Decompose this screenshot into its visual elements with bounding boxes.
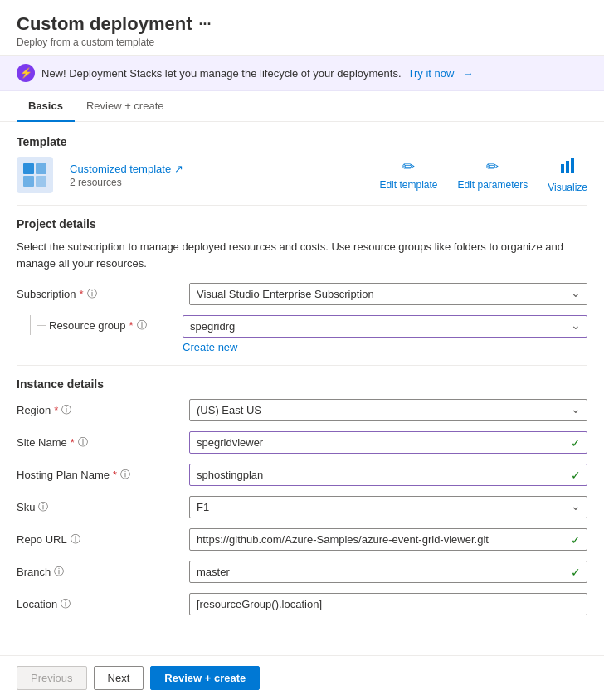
region-label: Region * ⓘ	[17, 403, 183, 417]
branch-check-icon: ✓	[571, 566, 581, 579]
subscription-dropdown-wrapper: Visual Studio Enterprise Subscription	[189, 283, 587, 305]
sku-info-icon[interactable]: ⓘ	[38, 500, 48, 514]
site-name-info-icon[interactable]: ⓘ	[78, 435, 88, 450]
divider-1	[17, 205, 587, 206]
template-info: Customized template ↗ 2 resources	[70, 163, 183, 188]
resource-group-required: *	[129, 319, 134, 332]
region-dropdown-wrapper: (US) East US	[189, 399, 587, 421]
template-row: Customized template ↗ 2 resources ✏ Edit…	[17, 157, 587, 193]
location-input-wrapper	[189, 593, 587, 615]
branch-control: ✓	[189, 561, 587, 583]
sku-row: Sku ⓘ F1	[17, 496, 587, 518]
hosting-plan-info-icon[interactable]: ⓘ	[120, 468, 130, 482]
tab-review-create[interactable]: Review + create	[75, 91, 176, 122]
resource-group-control: spegridrg Create new	[183, 315, 587, 353]
region-info-icon[interactable]: ⓘ	[61, 403, 71, 417]
region-row: Region * ⓘ (US) East US	[17, 399, 587, 421]
subscription-label: Subscription * ⓘ	[17, 287, 183, 301]
ellipsis-menu-icon[interactable]: ···	[198, 16, 211, 33]
create-new-link[interactable]: Create new	[183, 341, 587, 353]
edit-parameters-icon: ✏	[486, 158, 499, 176]
page-title-text: Custom deployment	[17, 13, 192, 35]
project-description: Select the subscription to manage deploy…	[17, 239, 587, 271]
svg-rect-1	[36, 163, 46, 174]
page-subtitle: Deploy from a custom template	[17, 36, 587, 48]
instance-details-section: Instance details Region * ⓘ (US) East US…	[17, 377, 587, 615]
visualize-action[interactable]: Visualize	[548, 158, 587, 193]
template-actions: ✏ Edit template ✏ Edit parameters Visual…	[379, 158, 587, 193]
tabs-bar: Basics Review + create	[0, 91, 604, 122]
deployment-stacks-banner: ⚡ New! Deployment Stacks let you manage …	[0, 56, 604, 91]
main-content: Template Customized template ↗ 2 resourc…	[0, 122, 604, 639]
project-details-title: Project details	[17, 217, 587, 231]
repo-url-info-icon[interactable]: ⓘ	[71, 532, 80, 547]
previous-button[interactable]: Previous	[17, 666, 87, 690]
resource-group-dropdown-wrapper: spegridrg	[183, 315, 587, 338]
review-create-button[interactable]: Review + create	[150, 666, 260, 690]
svg-rect-3	[36, 176, 46, 187]
site-name-label: Site Name * ⓘ	[17, 435, 183, 450]
edit-parameters-action[interactable]: ✏ Edit parameters	[457, 158, 528, 193]
hosting-plan-check-icon: ✓	[571, 469, 581, 482]
site-name-row: Site Name * ⓘ ✓	[17, 431, 587, 454]
template-resources: 2 resources	[70, 177, 183, 188]
tab-basics[interactable]: Basics	[17, 91, 75, 122]
resource-group-dropdown[interactable]: spegridrg	[183, 315, 587, 338]
branch-label: Branch ⓘ	[17, 565, 183, 579]
repo-url-label: Repo URL ⓘ	[17, 532, 183, 547]
branch-input[interactable]	[189, 561, 587, 583]
sku-dropdown[interactable]: F1	[189, 496, 587, 518]
resource-group-label: Resource group * ⓘ	[49, 318, 147, 333]
edit-template-action[interactable]: ✏ Edit template	[379, 158, 437, 193]
visualize-icon	[559, 158, 576, 178]
resource-group-info-icon[interactable]: ⓘ	[137, 318, 147, 333]
location-control	[189, 593, 587, 615]
subscription-info-icon[interactable]: ⓘ	[87, 287, 97, 301]
site-name-control: ✓	[189, 431, 587, 454]
hosting-plan-label: Hosting Plan Name * ⓘ	[17, 468, 183, 482]
sku-label: Sku ⓘ	[17, 500, 183, 514]
next-button[interactable]: Next	[94, 666, 144, 690]
branch-info-icon[interactable]: ⓘ	[54, 565, 64, 579]
template-icon	[17, 157, 53, 193]
template-section-title: Template	[17, 135, 587, 148]
repo-url-control: ✓	[189, 528, 587, 551]
site-name-input[interactable]	[189, 431, 587, 454]
hosting-plan-input[interactable]	[189, 464, 587, 486]
region-required: *	[54, 404, 58, 416]
site-name-check-icon: ✓	[571, 436, 581, 450]
region-dropdown[interactable]: (US) East US	[189, 399, 587, 421]
page-header: Custom deployment ··· Deploy from a cust…	[0, 0, 604, 56]
sku-dropdown-wrapper: F1	[189, 496, 587, 518]
subscription-dropdown[interactable]: Visual Studio Enterprise Subscription	[189, 283, 587, 305]
external-link-icon: ↗	[174, 163, 183, 175]
location-input[interactable]	[189, 593, 587, 615]
site-name-input-wrapper: ✓	[189, 431, 587, 454]
repo-url-row: Repo URL ⓘ ✓	[17, 528, 587, 551]
branch-row: Branch ⓘ ✓	[17, 561, 587, 583]
banner-icon: ⚡	[17, 64, 35, 82]
repo-url-input[interactable]	[189, 528, 587, 551]
sku-control: F1	[189, 496, 587, 518]
location-info-icon[interactable]: ⓘ	[61, 597, 71, 611]
edit-template-label: Edit template	[379, 179, 437, 191]
svg-rect-2	[23, 176, 34, 187]
region-control: (US) East US	[189, 399, 587, 421]
edit-template-icon: ✏	[402, 158, 415, 176]
site-name-required: *	[71, 436, 75, 449]
subscription-row: Subscription * ⓘ Visual Studio Enterpris…	[17, 283, 587, 305]
svg-rect-4	[561, 164, 564, 173]
visualize-label: Visualize	[548, 182, 587, 193]
banner-arrow: →	[462, 67, 473, 80]
svg-rect-6	[571, 158, 574, 173]
subscription-required: *	[80, 288, 84, 300]
customized-template-link[interactable]: Customized template ↗	[70, 163, 183, 175]
branch-input-wrapper: ✓	[189, 561, 587, 583]
location-row: Location ⓘ	[17, 593, 587, 615]
try-it-now-link[interactable]: Try it now	[408, 67, 455, 80]
divider-2	[17, 365, 587, 366]
hosting-plan-control: ✓	[189, 464, 587, 486]
hosting-plan-row: Hosting Plan Name * ⓘ ✓	[17, 464, 587, 486]
instance-details-title: Instance details	[17, 377, 587, 391]
hosting-plan-required: *	[113, 469, 117, 481]
